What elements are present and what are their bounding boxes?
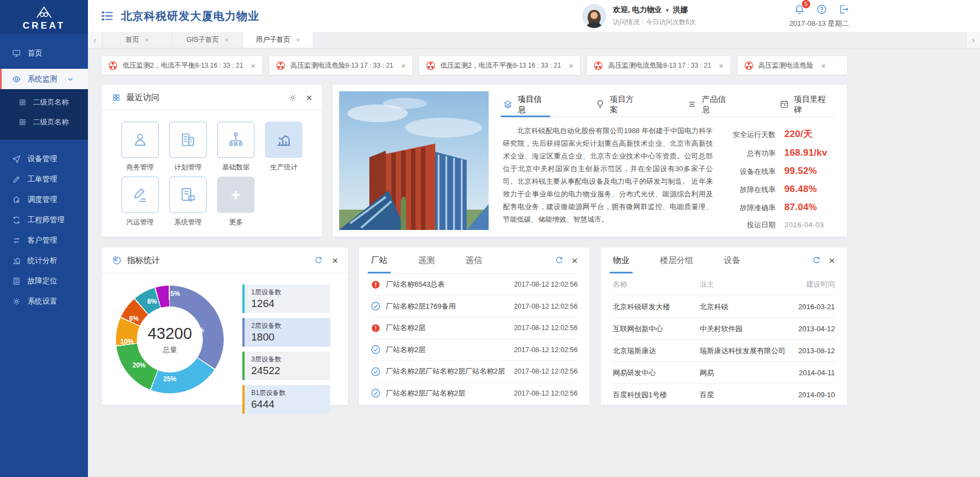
- sidebar-item-dispatch-mgmt[interactable]: 调度管理: [0, 189, 88, 210]
- close-icon[interactable]: ×: [251, 62, 256, 70]
- close-icon[interactable]: ×: [296, 36, 300, 44]
- alert-card: 高压监测电流危险 8-13 17 : 33 : 21 ×: [269, 56, 412, 75]
- indicator-stats-panel: 指标统计 × 43200 总量 40% 25% 20% 10%: [102, 248, 348, 405]
- donut-chart: 43200 总量 40% 25% 20% 10% 8% 8% 5%: [116, 286, 224, 393]
- shortcut-more[interactable]: + 更多: [212, 177, 260, 227]
- close-icon[interactable]: ×: [401, 62, 406, 70]
- close-icon[interactable]: ×: [719, 62, 724, 70]
- header-date: 2017-08-13 星期二: [789, 19, 849, 29]
- dropdown-arrow-icon[interactable]: ▾: [666, 7, 668, 13]
- tab-property[interactable]: 物业: [613, 248, 629, 273]
- property-row[interactable]: 网易研发中心 网易 2014-04-11: [613, 361, 835, 383]
- sidebar-item-label: 故障定位: [27, 276, 57, 286]
- sidebar-subitem-2[interactable]: 二级页名称: [0, 112, 88, 132]
- sidebar-item-home[interactable]: 首页: [0, 43, 88, 63]
- sidebar-item-system-monitor[interactable]: 系统监测: [0, 69, 88, 89]
- station-row[interactable]: 厂站名称2层1769备用 2017-08-12 12:02:56: [371, 295, 578, 317]
- sidebar-item-customer-mgmt[interactable]: 客户管理: [0, 230, 88, 250]
- visit-info: 访问情况：今日访问次数6次: [613, 18, 696, 27]
- commission-date: 2016-04-03: [784, 221, 835, 229]
- station-row[interactable]: 厂站名称2层厂站名称2层厂站名称2层 2017-08-12 12:02:56: [371, 360, 578, 382]
- close-icon[interactable]: ×: [306, 92, 312, 103]
- refresh-icon[interactable]: [555, 256, 564, 265]
- help-icon[interactable]: [816, 4, 827, 15]
- sidebar-item-engineer-mgmt[interactable]: 工程师管理: [0, 210, 88, 230]
- tabs-scroll-right[interactable]: ›: [966, 32, 980, 48]
- alert-row: 低压监测2，电流不平衡 8-13 16 : 33 : 21 × 高压监测电流危险…: [102, 56, 847, 75]
- sidebar-item-system-settings[interactable]: 系统设置: [0, 291, 88, 311]
- tab-station[interactable]: 厂站: [371, 248, 387, 273]
- avatar[interactable]: [582, 4, 606, 28]
- welcome-text: 欢迎, 电力物业: [613, 6, 662, 14]
- project-info-panel: 项目信息 项目方案 产品信息 项目里程碑: [333, 85, 847, 237]
- shortcut-business-mgmt[interactable]: 商务管理: [116, 122, 164, 172]
- sidebar-item-label: 首页: [27, 48, 42, 58]
- sidebar-item-workorder-mgmt[interactable]: 工单管理: [0, 169, 88, 189]
- tab-telemetry[interactable]: 遥测: [418, 248, 435, 273]
- tab-equipment[interactable]: 设备: [724, 248, 740, 273]
- shortcut-system-mgmt[interactable]: 系统管理: [164, 177, 212, 227]
- property-row[interactable]: 北京瑞斯康达 瑞斯康达科技发展有限公司 2013-08-12: [613, 339, 835, 361]
- legend-item-floor3[interactable]: 3层设备数 24522: [242, 352, 330, 380]
- alert-card: 低压监测2，电流不平衡 8-13 16 : 33 : 21 ×: [102, 56, 262, 75]
- station-row[interactable]: 厂站名称2层 2017-08-12 12:02:56: [371, 339, 578, 361]
- refresh-icon[interactable]: [314, 256, 323, 265]
- tab-telesignal[interactable]: 遥信: [466, 248, 482, 273]
- tab-project-plan[interactable]: 项目方案: [595, 92, 640, 117]
- tab-floor-group[interactable]: 楼层分组: [660, 248, 693, 273]
- pencil-icon: [12, 175, 21, 184]
- close-icon[interactable]: ×: [224, 36, 229, 44]
- brand-name: CREAT: [23, 20, 65, 31]
- tab-project-milestone[interactable]: 项目里程碑: [779, 92, 832, 117]
- sidebar-item-statistics[interactable]: 统计分析: [0, 250, 88, 271]
- close-icon[interactable]: ×: [332, 255, 338, 266]
- sidebar-submenu: 二级页名称 二级页名称: [0, 89, 88, 140]
- shortcut-base-data[interactable]: 基础数据: [212, 122, 260, 172]
- segment-label: 10%: [120, 338, 134, 346]
- legend-item-floor1[interactable]: 1层设备数 1264: [242, 284, 330, 313]
- gear-icon: [12, 297, 21, 306]
- shortcut-transport-mgmt[interactable]: 汽运管理: [116, 177, 164, 227]
- tab-product-info[interactable]: 产品信息: [687, 92, 732, 117]
- alert-card: 高压监测电流危险 ×: [738, 56, 847, 75]
- close-icon[interactable]: ×: [572, 255, 578, 266]
- tab-project-info[interactable]: 项目信息: [503, 92, 548, 117]
- segment-label: 40%: [191, 326, 204, 334]
- property-row[interactable]: 百度科技园1号楼 百度 2014-09-10: [613, 383, 835, 405]
- property-row[interactable]: 互联网创新中心 中关村软件园 2013-04-12: [613, 317, 835, 339]
- sidebar-item-label: 系统设置: [27, 297, 57, 306]
- stat-value: 87.04%: [784, 202, 835, 213]
- user-welcome[interactable]: 欢迎, 电力物业 ▾ 洪娜: [613, 5, 696, 15]
- close-icon[interactable]: ×: [821, 62, 826, 70]
- property-table-header: 名称 业主 建设时间: [613, 273, 835, 295]
- legend-item-floor2[interactable]: 2层设备数 1800: [242, 318, 330, 347]
- tab-gis[interactable]: GIS子首页×: [173, 32, 243, 48]
- sidebar-item-device-mgmt[interactable]: 设备管理: [0, 149, 88, 169]
- shortcut-production-stats[interactable]: 生产统计: [260, 122, 308, 172]
- bar-chart-icon: [12, 256, 21, 265]
- station-row[interactable]: 厂站名称2层 2017-08-12 12:02:56: [371, 317, 578, 339]
- refresh-icon[interactable]: [812, 256, 821, 265]
- station-panel: 厂站 遥测 遥信 × 厂站名称6543总表 2017-08-12 12:02:5…: [359, 248, 590, 405]
- sidebar-item-fault-locating[interactable]: 故障定位: [0, 271, 88, 291]
- tab-user-home[interactable]: 用户子首页×: [243, 32, 313, 48]
- close-icon[interactable]: ×: [145, 36, 149, 44]
- notifications-button[interactable]: 5: [794, 4, 805, 15]
- shortcut-plan-mgmt[interactable]: 计划管理: [164, 122, 212, 172]
- grid-icon: [19, 118, 26, 126]
- tabs-scroll-left[interactable]: ‹: [88, 32, 102, 48]
- sidebar-item-label: 客户管理: [27, 235, 57, 245]
- close-icon[interactable]: ×: [829, 255, 835, 266]
- close-icon[interactable]: ×: [569, 62, 574, 70]
- hazard-icon: [426, 61, 435, 70]
- station-row[interactable]: 厂站名称6543总表 2017-08-12 12:02:56: [371, 273, 578, 295]
- ok-status-icon: [371, 388, 380, 398]
- property-row[interactable]: 北京科锐研发大楼 北京科锐 2016-03-21: [613, 295, 835, 317]
- sidebar-subitem-1[interactable]: 二级页名称: [0, 92, 88, 112]
- station-row[interactable]: 厂站名称2层厂站名称2层 2017-08-12 12:02:56: [371, 382, 578, 404]
- tab-home[interactable]: 首页×: [102, 32, 173, 48]
- notification-badge: 5: [802, 0, 810, 8]
- legend-item-floorB1[interactable]: B1层设备数 6444: [242, 385, 330, 414]
- logout-icon[interactable]: [838, 4, 849, 15]
- gear-icon[interactable]: [288, 93, 297, 102]
